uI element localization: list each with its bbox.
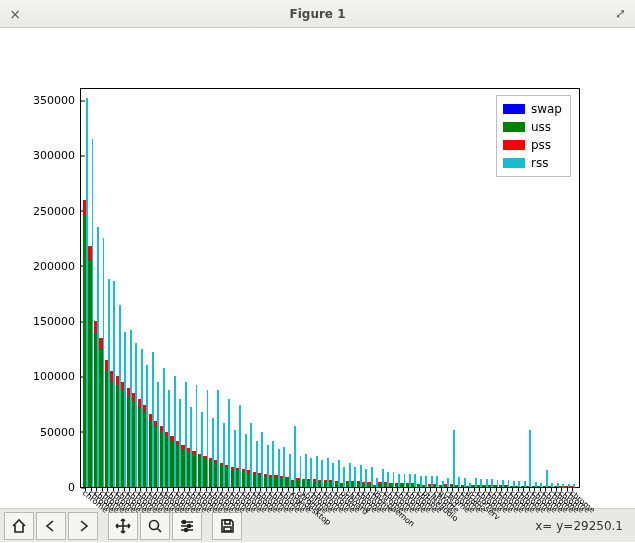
- legend-swatch: [503, 122, 525, 132]
- y-tick-label: 300000: [33, 149, 81, 162]
- pan-button[interactable]: [108, 512, 138, 540]
- y-tick-label: 100000: [33, 370, 81, 383]
- svg-point-2: [188, 524, 191, 527]
- y-tick-label: 150000: [33, 315, 81, 328]
- configure-subplots-button[interactable]: [172, 512, 202, 540]
- svg-point-1: [183, 520, 186, 523]
- legend-label: pss: [531, 136, 551, 154]
- legend-swatch: [503, 104, 525, 114]
- bar: [573, 484, 575, 487]
- figure-canvas: swapusspssrss 05000010000015000020000025…: [0, 28, 635, 508]
- bar: [546, 470, 548, 487]
- legend-swatch: [503, 140, 525, 150]
- plot-axes: swapusspssrss 05000010000015000020000025…: [80, 88, 580, 488]
- home-button[interactable]: [4, 512, 34, 540]
- window-title: Figure 1: [0, 7, 635, 21]
- svg-rect-5: [225, 520, 230, 524]
- legend-label: rss: [531, 154, 548, 172]
- y-tick-label: 350000: [33, 94, 81, 107]
- legend-label: swap: [531, 100, 562, 118]
- y-tick-label: 50000: [40, 425, 81, 438]
- coord-readout: x= y=29250.1: [535, 519, 631, 533]
- bar: [529, 430, 531, 487]
- close-icon[interactable]: ×: [6, 6, 24, 22]
- forward-button[interactable]: [68, 512, 98, 540]
- legend-item: rss: [503, 154, 562, 172]
- legend-swatch: [503, 158, 525, 168]
- save-button[interactable]: [212, 512, 242, 540]
- svg-point-3: [185, 528, 188, 531]
- bar: [453, 430, 455, 487]
- zoom-button[interactable]: [140, 512, 170, 540]
- y-tick-label: 0: [68, 481, 81, 494]
- legend-item: swap: [503, 100, 562, 118]
- legend: swapusspssrss: [496, 95, 571, 177]
- window-titlebar: × Figure 1 ⤢: [0, 0, 635, 28]
- back-button[interactable]: [36, 512, 66, 540]
- maximize-icon[interactable]: ⤢: [611, 6, 629, 21]
- legend-item: uss: [503, 118, 562, 136]
- y-tick-label: 250000: [33, 204, 81, 217]
- svg-rect-4: [224, 527, 231, 531]
- legend-item: pss: [503, 136, 562, 154]
- y-tick-label: 200000: [33, 259, 81, 272]
- svg-point-0: [150, 520, 159, 529]
- legend-label: uss: [531, 118, 551, 136]
